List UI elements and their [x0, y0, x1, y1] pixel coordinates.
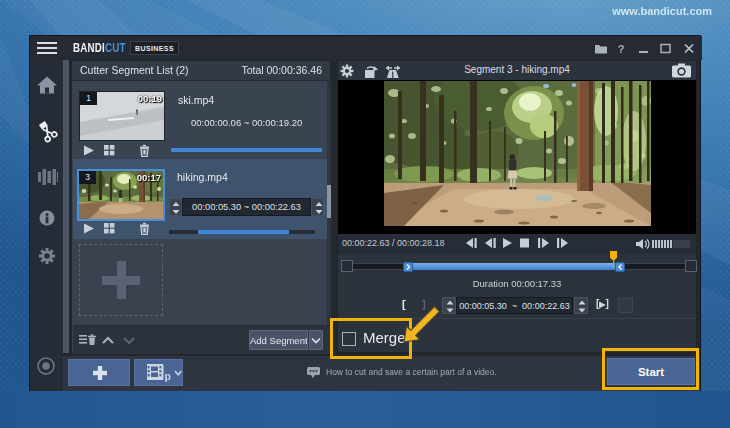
svg-text:?: ?	[618, 43, 625, 54]
svg-text:p: p	[165, 370, 171, 382]
